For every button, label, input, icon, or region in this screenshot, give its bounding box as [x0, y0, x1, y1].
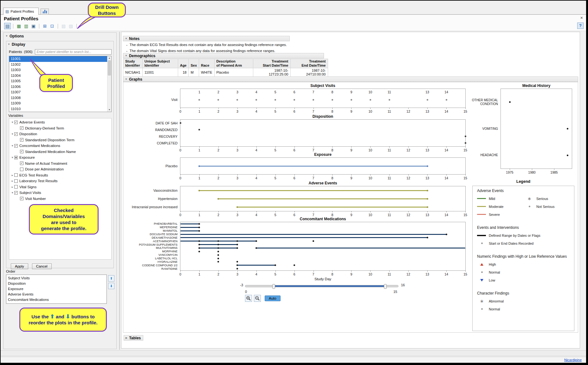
- checkbox[interactable]: ✓: [20, 126, 23, 130]
- variable-tree-item[interactable]: ▾✓Concomitant Medications: [9, 143, 111, 149]
- checkbox[interactable]: [20, 168, 23, 171]
- move-up-button[interactable]: ⬆: [108, 275, 114, 282]
- slider-handle-left[interactable]: [272, 284, 275, 289]
- new-data-table-icon[interactable]: ▦: [16, 23, 22, 29]
- zoom-in-button[interactable]: [245, 295, 252, 302]
- data-point: [313, 240, 314, 242]
- plot-title: Adverse Events: [180, 181, 465, 185]
- drill-down-data-icon[interactable]: ⊞: [42, 23, 48, 29]
- cancel-button[interactable]: Cancel: [32, 263, 52, 269]
- move-down-button[interactable]: ⬇: [108, 283, 114, 289]
- tab-patient-profiles[interactable]: ▤ Patient Profiles: [3, 8, 39, 15]
- status-link-nicardipine[interactable]: Nicardipine: [564, 358, 582, 362]
- checkbox[interactable]: ✓: [20, 197, 23, 200]
- patient-list-item[interactable]: 11003: [9, 67, 111, 73]
- legend-item: Normal: [477, 268, 574, 276]
- variable-tree-item[interactable]: ✓Standardized Disposition Term: [9, 137, 111, 143]
- scroll-up-icon[interactable]: ▲: [107, 56, 111, 60]
- disclosure-icon[interactable]: ▾: [10, 121, 14, 124]
- checkbox[interactable]: [14, 185, 18, 189]
- patient-list-scrollbar[interactable]: ▲ ▼: [107, 56, 111, 112]
- disclosure-icon[interactable]: ▾: [10, 132, 14, 136]
- journal-icon: ▥: [24, 24, 28, 28]
- help-button[interactable]: ?: [577, 23, 584, 29]
- variable-tree-item[interactable]: ✓Dictionary-Derived Term: [9, 125, 111, 131]
- auto-scale-button[interactable]: Auto: [265, 295, 281, 301]
- checkbox[interactable]: [14, 173, 18, 177]
- scrollbar-thumb[interactable]: [108, 60, 111, 76]
- disclosure-icon[interactable]: ▸: [10, 179, 14, 182]
- order-list[interactable]: Subject VisitsDispositionExposureAdverse…: [6, 275, 107, 304]
- order-list-item[interactable]: Disposition: [6, 281, 107, 286]
- variable-tree-item[interactable]: ✓Name of Actual Treatment: [9, 161, 111, 167]
- variable-tree-item[interactable]: ▸Vital Signs: [9, 184, 111, 190]
- drill-down-report-icon[interactable]: ⊡: [49, 23, 55, 29]
- notes-section-header[interactable]: ▼ Notes: [123, 36, 290, 41]
- demographics-table: Study IdentifierUnique Subject Identifie…: [123, 59, 328, 77]
- disclosure-icon[interactable]: ▾: [10, 156, 14, 159]
- patient-list-item[interactable]: 11002: [9, 62, 111, 68]
- disposition-plot[interactable]: DispositionDATE OF SAHRANDOMIZEDRECOVERY…: [180, 119, 466, 147]
- journal-icon[interactable]: ▥: [23, 23, 29, 29]
- scroll-down-icon[interactable]: ▼: [107, 108, 111, 112]
- medical-history-plot[interactable]: Medical HistoryOTHER MEDICAL CONDITIONVO…: [501, 89, 572, 169]
- checkbox[interactable]: ✓: [14, 121, 18, 124]
- checkbox[interactable]: ✓: [14, 191, 18, 195]
- variable-tree-item[interactable]: ▸ECG Test Results: [9, 172, 111, 178]
- checkbox[interactable]: [14, 156, 18, 159]
- order-list-item[interactable]: Exposure: [6, 286, 107, 292]
- save-report-icon[interactable]: ▣: [30, 23, 37, 29]
- patient-search-input[interactable]: [35, 49, 112, 55]
- display-section-header[interactable]: ▼ Display: [8, 42, 25, 47]
- checkbox[interactable]: ✓: [20, 150, 23, 153]
- options-section-header[interactable]: ▼ Options: [5, 34, 24, 38]
- order-list-item[interactable]: Subject Visits: [6, 275, 107, 281]
- order-list-item[interactable]: Concomitant Medications: [6, 297, 107, 302]
- variable-tree-item[interactable]: ✓Standardized Medication Name: [9, 149, 111, 155]
- checkbox[interactable]: ✓: [14, 132, 18, 136]
- interval-bar: [199, 190, 427, 191]
- patient-list-item[interactable]: 11001: [9, 56, 111, 62]
- tables-section-header[interactable]: ▶ Tables: [124, 335, 143, 341]
- variable-tree-item[interactable]: ▾Exposure: [9, 155, 111, 161]
- apply-button[interactable]: Apply: [11, 263, 28, 269]
- note-item: ▪The domain ECG Test Results does not co…: [126, 42, 367, 48]
- slider-handle-right[interactable]: [384, 284, 387, 289]
- panel-splitter[interactable]: [119, 32, 120, 350]
- checkbox[interactable]: ✓: [14, 144, 18, 148]
- checkbox[interactable]: ✓: [20, 138, 23, 142]
- patient-profiles-tab-icon: ▤: [5, 10, 9, 13]
- order-list-item[interactable]: Adverse Events: [6, 292, 107, 297]
- disclosure-icon[interactable]: ▸: [10, 185, 14, 189]
- exposure-plot[interactable]: ExposurePlacebo0123456789101112131415: [180, 157, 466, 175]
- disclosure-icon[interactable]: ▾: [10, 191, 14, 194]
- variable-tree-item[interactable]: ▸Laboratory Test Results: [9, 178, 111, 184]
- profile-chart-icon[interactable]: ▨: [60, 23, 67, 29]
- variable-tree-item[interactable]: Dose per Administration: [9, 166, 111, 172]
- variable-tree-item[interactable]: ▾✓Subject Visits: [9, 190, 111, 196]
- tab-report-chart[interactable]: [41, 9, 49, 15]
- subject-visits-plot[interactable]: Subject VisitsVisit123456789101113140123…: [180, 89, 466, 108]
- patient-list-item[interactable]: 11010: [9, 106, 111, 112]
- patient-profile-icon[interactable]: ▤: [4, 23, 11, 29]
- profile-table-icon[interactable]: ▧: [68, 23, 74, 29]
- patient-list-item[interactable]: 11008: [9, 95, 111, 101]
- checkbox[interactable]: ✓: [20, 162, 23, 165]
- disclosure-icon[interactable]: ▾: [10, 144, 14, 147]
- study-day-range-slider[interactable]: [245, 285, 398, 287]
- variables-tree[interactable]: ▾✓Adverse Events✓Dictionary-Derived Term…: [9, 118, 112, 260]
- variable-tree-item[interactable]: ✓Visit Number: [9, 196, 111, 202]
- close-icon[interactable]: ×: [580, 15, 583, 20]
- demographics-section-header[interactable]: ▼ Demographics: [123, 53, 324, 58]
- variable-tree-item[interactable]: ▾✓Adverse Events: [9, 119, 111, 125]
- patient-list-item[interactable]: 11009: [9, 101, 111, 106]
- variable-label: Dose per Administration: [25, 167, 64, 171]
- concomitant-medications-plot[interactable]: Concomitant MedicationsPHENOBARBITALMEPE…: [180, 222, 466, 271]
- bottom-scroll-strip[interactable]: [1, 350, 586, 356]
- graphs-section-header[interactable]: ▼ Graphs: [123, 76, 578, 82]
- disclosure-icon[interactable]: ▸: [10, 174, 14, 177]
- checkbox[interactable]: [14, 179, 18, 183]
- zoom-out-button[interactable]: [254, 295, 261, 302]
- adverse-events-plot[interactable]: Adverse EventsVasoconstrictionHypertensi…: [180, 186, 466, 211]
- variable-tree-item[interactable]: ▾✓Disposition: [9, 131, 111, 137]
